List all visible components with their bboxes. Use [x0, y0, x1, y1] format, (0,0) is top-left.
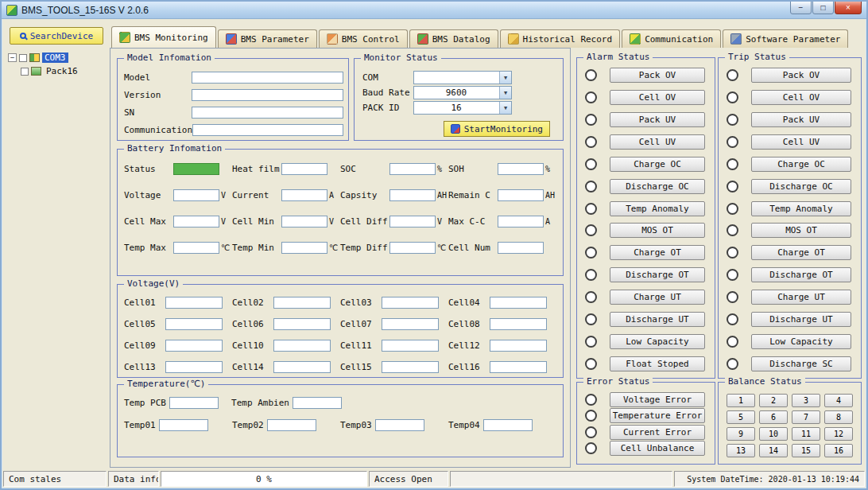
value-field[interactable] [375, 419, 424, 431]
alarm-item-button[interactable]: Charge OC [610, 157, 705, 172]
minimize-button[interactable]: − [790, 1, 812, 14]
alarm-item-button[interactable]: Pack OV [610, 68, 705, 83]
tab-software-parameter[interactable]: Software Parameter [723, 29, 848, 48]
value-field[interactable] [173, 242, 219, 254]
value-field[interactable] [382, 361, 439, 373]
trip-item-button[interactable]: Charge OC [751, 157, 851, 172]
trip-item-button[interactable]: Low Capacity [751, 334, 851, 349]
value-field[interactable] [293, 397, 342, 409]
balance-cell-button[interactable]: 1 [727, 394, 755, 407]
value-field[interactable] [498, 242, 544, 254]
balance-cell-button[interactable]: 4 [824, 394, 853, 407]
trip-item-button[interactable]: Discharge UT [751, 312, 851, 327]
trip-item-button[interactable]: Pack OV [751, 68, 851, 83]
value-field[interactable] [173, 216, 219, 228]
alarm-item-button[interactable]: Float Stoped [610, 356, 705, 371]
balance-cell-button[interactable]: 13 [727, 444, 755, 457]
trip-item-button[interactable]: MOS OT [751, 223, 851, 238]
search-device-button[interactable]: SearchDevice [10, 27, 103, 45]
trip-item-button[interactable]: Pack UV [751, 112, 851, 127]
alarm-item-button[interactable]: Discharge UT [610, 312, 705, 327]
maximize-button[interactable]: □ [812, 1, 834, 14]
alarm-item-button[interactable]: Charge UT [610, 290, 705, 305]
balance-cell-button[interactable]: 16 [824, 444, 853, 457]
value-field[interactable] [498, 189, 544, 201]
error-item-button[interactable]: Current Error [610, 425, 705, 440]
value-field[interactable] [281, 189, 327, 201]
alarm-item-button[interactable]: Charge OT [610, 245, 705, 260]
value-field[interactable] [389, 189, 436, 201]
alarm-item-button[interactable]: Pack UV [610, 112, 705, 127]
combo-box[interactable]: ▼ [413, 71, 512, 84]
value-field[interactable] [273, 318, 331, 330]
value-field[interactable] [281, 163, 327, 175]
value-field[interactable] [490, 340, 547, 352]
checkbox-icon[interactable] [19, 54, 27, 62]
alarm-item-button[interactable]: Discharge OC [610, 179, 705, 194]
trip-item-button[interactable]: Cell UV [751, 134, 851, 150]
trip-item-button[interactable]: Charge UT [751, 290, 851, 305]
value-field[interactable] [165, 297, 223, 309]
chevron-down-icon[interactable]: ▼ [499, 102, 511, 114]
tab-communication[interactable]: Communication [622, 29, 721, 48]
text-input[interactable] [192, 72, 343, 84]
tab-historical-record[interactable]: Historical Record [500, 29, 621, 48]
value-field[interactable] [490, 361, 547, 373]
value-field[interactable] [273, 297, 331, 309]
close-button[interactable]: × [835, 1, 862, 14]
trip-item-button[interactable]: Discharge OC [751, 179, 851, 194]
alarm-item-button[interactable]: Cell OV [610, 90, 705, 105]
value-field[interactable] [389, 216, 436, 228]
start-monitoring-button[interactable]: StartMonitoring [444, 121, 550, 137]
error-item-button[interactable]: Temperature Error [610, 408, 705, 423]
trip-item-button[interactable]: Charge OT [751, 245, 851, 260]
value-field[interactable] [498, 163, 544, 175]
value-field[interactable] [165, 318, 223, 330]
tab-bms-monitoring[interactable]: BMS Monitoring [111, 26, 216, 48]
value-field[interactable] [382, 340, 439, 352]
balance-cell-button[interactable]: 14 [759, 444, 788, 457]
value-field[interactable] [173, 163, 219, 175]
alarm-item-button[interactable]: MOS OT [610, 223, 705, 238]
tab-bms-control[interactable]: BMS Control [319, 29, 408, 48]
value-field[interactable] [382, 318, 439, 330]
alarm-item-button[interactable]: Cell UV [610, 134, 705, 150]
trip-item-button[interactable]: Discharge SC [751, 356, 851, 371]
text-input[interactable] [192, 89, 343, 101]
tree-item-pack16[interactable]: Pack16 [44, 66, 80, 76]
value-field[interactable] [382, 297, 439, 309]
trip-item-button[interactable]: Cell OV [751, 90, 851, 105]
value-field[interactable] [165, 340, 223, 352]
value-field[interactable] [169, 397, 219, 409]
balance-cell-button[interactable]: 3 [792, 394, 820, 407]
text-input[interactable] [192, 107, 343, 119]
value-field[interactable] [389, 242, 436, 254]
text-input[interactable] [192, 124, 343, 136]
value-field[interactable] [173, 189, 219, 201]
alarm-item-button[interactable]: Discharge OT [610, 267, 705, 282]
value-field[interactable] [483, 419, 533, 431]
chevron-down-icon[interactable]: ▼ [499, 87, 511, 99]
value-field[interactable] [281, 242, 327, 254]
balance-cell-button[interactable]: 12 [824, 427, 853, 441]
error-item-button[interactable]: Voltage Error [610, 392, 705, 407]
value-field[interactable] [490, 297, 547, 309]
tree-item-com3[interactable]: COM3 [42, 52, 68, 63]
combo-box[interactable]: 16 ▼ [413, 101, 512, 115]
value-field[interactable] [273, 361, 331, 373]
value-field[interactable] [267, 419, 316, 431]
value-field[interactable] [490, 318, 547, 330]
alarm-item-button[interactable]: Low Capacity [610, 334, 705, 349]
tab-bms-parameter[interactable]: BMS Parameter [218, 29, 317, 48]
balance-cell-button[interactable]: 2 [759, 394, 788, 407]
value-field[interactable] [159, 419, 208, 431]
value-field[interactable] [498, 216, 544, 228]
balance-cell-button[interactable]: 5 [727, 410, 755, 424]
balance-cell-button[interactable]: 9 [727, 427, 755, 441]
balance-cell-button[interactable]: 15 [792, 444, 820, 457]
chevron-down-icon[interactable]: ▼ [499, 72, 511, 84]
trip-item-button[interactable]: Discharge OT [751, 267, 851, 282]
checkbox-icon[interactable] [21, 68, 29, 76]
error-item-button[interactable]: Cell Unbalance [610, 441, 705, 456]
balance-cell-button[interactable]: 8 [824, 410, 853, 424]
